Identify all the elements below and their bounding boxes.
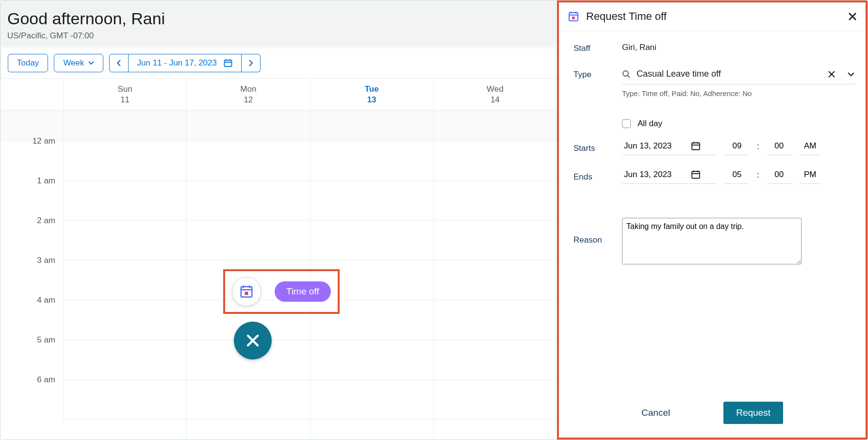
next-week-button[interactable] bbox=[242, 54, 261, 72]
end-hour-field[interactable]: 05 bbox=[725, 166, 749, 184]
time-label: 6 am bbox=[37, 375, 55, 385]
clear-icon[interactable] bbox=[828, 70, 835, 78]
day-of-week: Tue bbox=[311, 84, 433, 94]
time-label: 3 am bbox=[37, 256, 55, 265]
x-icon bbox=[246, 333, 260, 348]
end-date-field[interactable]: Jun 13, 2023 bbox=[622, 166, 717, 184]
end-date-value: Jun 13, 2023 bbox=[624, 170, 671, 179]
greeting-text: Good afternoon, Rani bbox=[7, 9, 550, 28]
allday-checkbox-row[interactable]: All day bbox=[622, 119, 855, 129]
calendar-icon bbox=[691, 141, 701, 151]
ends-label: Ends bbox=[573, 168, 622, 182]
page-header: Good afternoon, Rani US/Pacific, GMT -07… bbox=[0, 0, 557, 47]
type-metadata: Type: Time off, Paid: No, Adherence: No bbox=[622, 89, 855, 98]
day-header-tue[interactable]: Tue 13 bbox=[311, 79, 434, 110]
prev-week-button[interactable] bbox=[109, 54, 129, 72]
time-label: 1 am bbox=[37, 176, 55, 186]
panel-title: Request Time off bbox=[586, 10, 667, 23]
time-label: 4 am bbox=[37, 295, 55, 305]
search-icon bbox=[622, 70, 631, 79]
day-of-month: 11 bbox=[64, 95, 186, 105]
request-timeoff-panel: Request Time off Staff Giri, Rani Type C… bbox=[557, 0, 868, 440]
timeoff-pill-label: Time off bbox=[286, 286, 319, 296]
reason-label: Reason bbox=[573, 218, 622, 245]
start-date-value: Jun 13, 2023 bbox=[624, 141, 671, 151]
today-button-label: Today bbox=[17, 58, 39, 68]
start-hour-field[interactable]: 09 bbox=[725, 137, 749, 155]
cancel-button-label: Cancel bbox=[641, 407, 670, 418]
time-label: 2 am bbox=[37, 216, 55, 226]
time-separator: : bbox=[757, 170, 759, 180]
allday-cell[interactable] bbox=[64, 110, 187, 141]
allday-cell[interactable] bbox=[311, 110, 434, 141]
today-button[interactable]: Today bbox=[8, 54, 48, 72]
allday-label: All day bbox=[638, 119, 662, 129]
date-range-button[interactable]: Jun 11 - Jun 17, 2023 bbox=[129, 54, 242, 72]
timeoff-pill-button[interactable]: Time off bbox=[275, 281, 331, 302]
svg-rect-28 bbox=[692, 172, 700, 179]
day-of-week: Wed bbox=[434, 84, 557, 94]
chevron-left-icon bbox=[116, 59, 121, 67]
svg-rect-4 bbox=[241, 287, 252, 297]
timeoff-icon-button[interactable] bbox=[232, 277, 261, 306]
panel-close-button[interactable] bbox=[848, 12, 857, 21]
starts-label: Starts bbox=[573, 140, 622, 153]
grid-col-wed[interactable] bbox=[434, 141, 557, 440]
view-selector-label: Week bbox=[63, 58, 84, 68]
type-value-text: Casual Leave time off bbox=[637, 69, 822, 79]
close-fab-button[interactable] bbox=[234, 322, 272, 359]
time-label: 5 am bbox=[37, 335, 55, 345]
svg-rect-12 bbox=[569, 13, 578, 21]
view-selector-button[interactable]: Week bbox=[54, 54, 103, 72]
day-of-month: 12 bbox=[187, 95, 310, 105]
request-button[interactable]: Request bbox=[723, 402, 783, 424]
date-range-label: Jun 11 - Jun 17, 2023 bbox=[137, 58, 217, 68]
svg-rect-24 bbox=[692, 143, 700, 150]
calendar-x-icon bbox=[239, 284, 254, 299]
staff-value: Giri, Rani bbox=[622, 43, 855, 52]
caret-down-icon bbox=[88, 61, 94, 65]
allday-cell[interactable] bbox=[434, 110, 557, 141]
svg-line-21 bbox=[628, 76, 630, 78]
day-of-month: 13 bbox=[311, 95, 433, 105]
day-of-week: Sun bbox=[64, 84, 186, 94]
calendar-icon bbox=[691, 170, 701, 179]
day-of-month: 14 bbox=[434, 95, 557, 105]
end-minute-field[interactable]: 00 bbox=[767, 166, 791, 184]
start-minute-field[interactable]: 00 bbox=[767, 137, 791, 155]
day-header-mon[interactable]: Mon 12 bbox=[187, 79, 310, 110]
chevron-down-icon[interactable] bbox=[847, 72, 855, 77]
allday-row bbox=[0, 110, 557, 141]
reason-textarea[interactable] bbox=[622, 218, 802, 264]
day-header-sun[interactable]: Sun 11 bbox=[64, 79, 187, 110]
start-ampm-field[interactable]: AM bbox=[799, 137, 821, 155]
allday-checkbox[interactable] bbox=[622, 119, 631, 128]
svg-point-20 bbox=[623, 71, 628, 76]
calendar-toolbar: Today Week Jun 11 - Jun 17, 2023 bbox=[0, 48, 557, 79]
action-highlight-box: Time off bbox=[223, 269, 340, 314]
svg-rect-0 bbox=[225, 60, 232, 66]
request-button-label: Request bbox=[736, 407, 770, 418]
panel-footer: Cancel Request bbox=[559, 391, 866, 438]
chevron-right-icon bbox=[248, 59, 253, 67]
calendar-x-icon bbox=[568, 11, 579, 22]
day-header-row: Sun 11 Mon 12 Tue 13 Wed 14 bbox=[0, 79, 557, 110]
allday-cell[interactable] bbox=[187, 110, 310, 141]
start-date-field[interactable]: Jun 13, 2023 bbox=[622, 137, 717, 155]
time-separator: : bbox=[757, 142, 759, 151]
day-of-week: Mon bbox=[187, 84, 310, 94]
cancel-button[interactable]: Cancel bbox=[641, 407, 670, 418]
staff-label: Staff bbox=[573, 43, 622, 53]
type-select[interactable]: Casual Leave time off bbox=[622, 67, 855, 84]
time-label: 12 am bbox=[33, 136, 55, 146]
x-icon bbox=[848, 12, 857, 21]
panel-header: Request Time off bbox=[559, 2, 866, 31]
calendar-icon bbox=[224, 59, 232, 67]
grid-col-sun[interactable] bbox=[64, 141, 187, 440]
type-label: Type bbox=[573, 67, 622, 80]
date-nav-group: Jun 11 - Jun 17, 2023 bbox=[109, 54, 261, 72]
end-ampm-field[interactable]: PM bbox=[799, 166, 821, 184]
day-header-wed[interactable]: Wed 14 bbox=[434, 79, 557, 110]
timezone-text: US/Pacific, GMT -07:00 bbox=[7, 31, 550, 41]
